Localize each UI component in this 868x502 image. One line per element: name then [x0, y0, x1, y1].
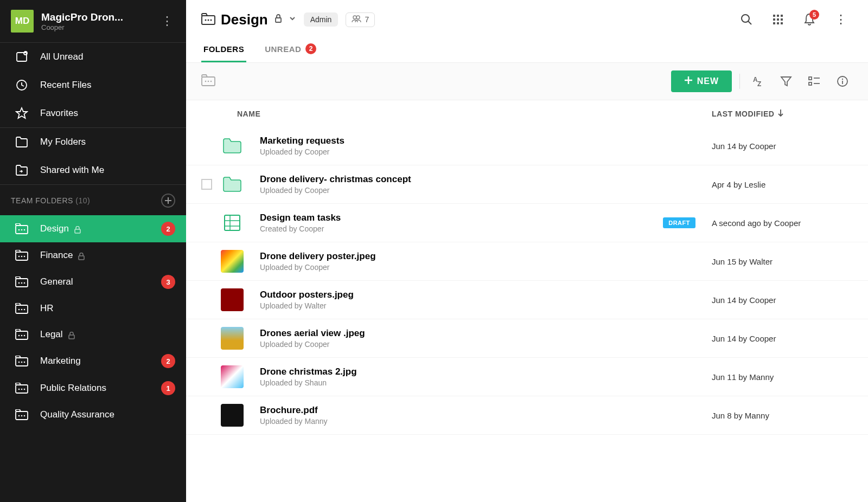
- main-content: Design Admin 7 5 ⋮: [186, 0, 868, 502]
- file-row[interactable]: Drone christmas 2.jpgUploaded by ShaunJu…: [186, 358, 868, 396]
- svg-rect-62: [809, 82, 812, 85]
- plus-icon: [684, 76, 693, 87]
- workspace-menu-icon[interactable]: ⋮: [159, 12, 175, 30]
- svg-point-9: [18, 256, 20, 258]
- column-name[interactable]: NAME: [201, 110, 712, 118]
- svg-point-27: [18, 362, 20, 363]
- svg-point-37: [24, 415, 25, 417]
- sort-desc-icon: [777, 109, 784, 118]
- view-toggle-button[interactable]: [804, 71, 825, 92]
- svg-rect-52: [773, 22, 775, 24]
- svg-rect-25: [69, 335, 74, 339]
- sidebar-nav-star[interactable]: Favorites: [0, 99, 186, 127]
- clock-icon: [15, 79, 28, 92]
- svg-point-39: [205, 20, 207, 21]
- file-row[interactable]: Drones aerial view .jpegUploaded by Coop…: [186, 319, 868, 358]
- team-folders-label: TEAM FOLDERS: [11, 196, 73, 205]
- svg-point-33: [24, 389, 25, 390]
- svg-point-23: [21, 335, 23, 337]
- file-name: Drone delivery- christmas concept: [260, 174, 695, 185]
- info-button[interactable]: [832, 71, 853, 92]
- team-folder-icon: [15, 355, 28, 368]
- svg-point-15: [21, 282, 23, 284]
- svg-rect-50: [777, 18, 779, 21]
- unread-badge: 1: [161, 381, 175, 395]
- filter-button[interactable]: [776, 71, 796, 92]
- file-icon: [221, 211, 244, 234]
- tab-folders[interactable]: FOLDERS: [201, 37, 246, 62]
- sidebar-item-label: Favorites: [40, 108, 78, 119]
- file-row[interactable]: Marketing requestsUploaded by CooperJun …: [186, 127, 868, 165]
- column-modified[interactable]: LAST MODIFIED: [712, 109, 853, 118]
- star-icon: [15, 107, 28, 120]
- svg-rect-47: [777, 15, 779, 17]
- sidebar-item-label: My Folders: [40, 137, 86, 147]
- unread-badge: 2: [161, 354, 175, 368]
- svg-point-58: [210, 80, 212, 82]
- team-folder-icon: [15, 408, 28, 421]
- new-button[interactable]: NEW: [671, 70, 732, 92]
- workspace-avatar: MD: [11, 10, 34, 33]
- add-team-folder-button[interactable]: [161, 194, 175, 208]
- page-title: Design: [221, 11, 268, 28]
- search-button[interactable]: [735, 8, 758, 31]
- title-dropdown-icon[interactable]: [289, 15, 296, 24]
- file-row[interactable]: Outdoor posters.jpegUploaded by WalterJu…: [186, 281, 868, 319]
- svg-rect-53: [777, 22, 779, 24]
- file-modified: Apr 4 by Leslie: [712, 180, 853, 189]
- team-folder-finance[interactable]: Finance: [0, 242, 186, 268]
- file-name: Design team tasks: [260, 213, 663, 223]
- file-name: Marketing requests: [260, 136, 695, 146]
- file-modified: Jun 11 by Manny: [712, 372, 853, 382]
- sidebar-item-label: All Unread: [40, 52, 83, 62]
- tab-folders-label: FOLDERS: [203, 44, 244, 54]
- file-row[interactable]: Brochure.pdfUploaded by MannyJun 8 by Ma…: [186, 396, 868, 435]
- svg-point-36: [21, 415, 23, 417]
- team-folder-hr[interactable]: HR: [0, 295, 186, 321]
- svg-point-29: [24, 362, 25, 363]
- svg-rect-46: [773, 15, 775, 17]
- members-chip[interactable]: 7: [346, 12, 375, 27]
- team-folder-marketing[interactable]: Marketing2: [0, 347, 186, 375]
- table-header: NAME LAST MODIFIED: [186, 100, 868, 127]
- file-row[interactable]: Drone delivery- christmas conceptUploade…: [186, 165, 868, 204]
- sort-alpha-button[interactable]: AZ: [748, 71, 768, 92]
- workspace-name[interactable]: MagicPro Dron...: [41, 11, 151, 23]
- new-button-label: NEW: [697, 76, 719, 86]
- svg-point-10: [21, 256, 23, 258]
- sidebar-nav-share-folder[interactable]: Shared with Me: [0, 156, 186, 184]
- notification-badge: 5: [809, 10, 819, 20]
- file-name: Drone christmas 2.jpg: [260, 366, 695, 377]
- team-folder-public-relations[interactable]: Public Relations1: [0, 375, 186, 402]
- toolbar-folder-icon[interactable]: [201, 74, 215, 89]
- lock-icon: [68, 331, 75, 338]
- role-chip[interactable]: Admin: [304, 12, 339, 27]
- notifications-button[interactable]: 5: [797, 8, 821, 31]
- file-checkbox[interactable]: [201, 179, 212, 190]
- tab-unread[interactable]: UNREAD 2: [263, 37, 318, 62]
- svg-point-32: [21, 389, 23, 390]
- svg-rect-12: [79, 256, 84, 260]
- file-meta: Uploaded by Manny: [260, 417, 695, 426]
- svg-point-41: [210, 20, 212, 21]
- file-name: Drone delivery poster.jpeg: [260, 251, 695, 262]
- team-folder-icon: [15, 222, 28, 235]
- file-icon: [221, 404, 244, 427]
- unread-badge: 3: [161, 275, 175, 289]
- draft-tag: DRAFT: [663, 217, 695, 228]
- file-meta: Created by Cooper: [260, 224, 663, 233]
- svg-point-40: [208, 20, 209, 21]
- sidebar-nav-clock[interactable]: Recent Files: [0, 71, 186, 99]
- sidebar-item-label: Shared with Me: [40, 165, 104, 176]
- file-row[interactable]: Design team tasksCreated by CooperDRAFTA…: [186, 204, 868, 242]
- team-folder-general[interactable]: General3: [0, 268, 186, 295]
- apps-grid-button[interactable]: [766, 8, 790, 31]
- sidebar-nav-unread[interactable]: All Unread: [0, 43, 186, 71]
- team-folder-quality-assurance[interactable]: Quality Assurance: [0, 402, 186, 428]
- sidebar-nav-folder[interactable]: My Folders: [0, 128, 186, 156]
- header-more-button[interactable]: ⋮: [829, 8, 853, 31]
- file-row[interactable]: Drone delivery poster.jpegUploaded by Co…: [186, 242, 868, 281]
- team-folder-design[interactable]: Design2: [0, 215, 186, 242]
- svg-point-35: [18, 415, 20, 417]
- team-folder-legal[interactable]: Legal: [0, 321, 186, 347]
